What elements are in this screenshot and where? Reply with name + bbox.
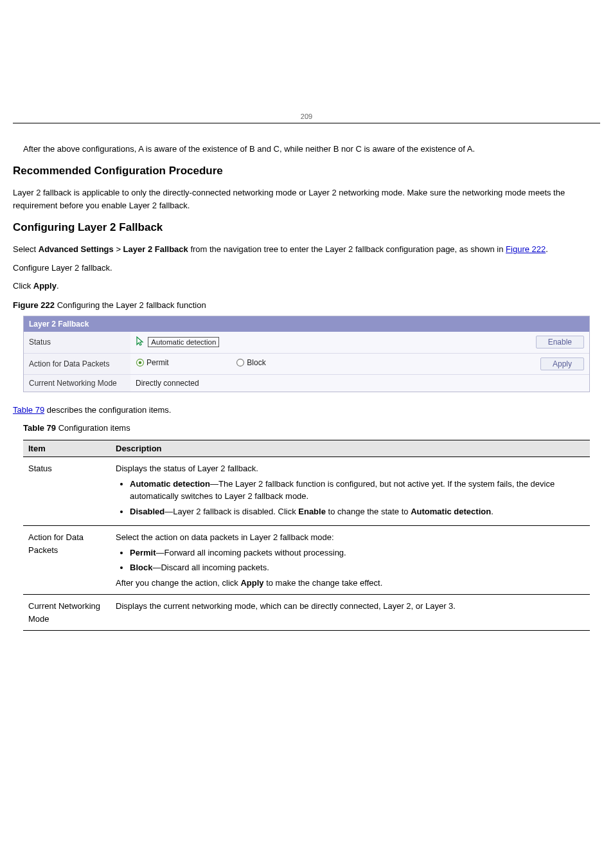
row3-desc: Displays the current networking mode, wh…	[111, 595, 590, 631]
figure-caption: Figure 222 Configuring the Layer 2 fallb…	[13, 299, 600, 312]
step-1: Select Advanced Settings > Layer 2 Fallb…	[13, 243, 600, 256]
apply-button[interactable]: Apply	[540, 357, 584, 370]
table-79: Item Description Status Displays the sta…	[23, 440, 590, 631]
top-rule	[13, 123, 600, 123]
figure-222: Layer 2 Fallback Status Automatic detect…	[23, 316, 590, 392]
svg-point-1	[139, 361, 142, 365]
radio-block[interactable]: Block	[236, 358, 265, 367]
row-status-label: Status	[24, 332, 130, 354]
link-table-79[interactable]: Table 79	[13, 405, 44, 415]
step-2: Configure Layer 2 fallback.	[13, 262, 600, 275]
cursor-icon	[136, 336, 145, 349]
mode-value: Directly connected	[130, 374, 589, 392]
svg-point-2	[237, 359, 244, 366]
enable-button[interactable]: Enable	[536, 336, 584, 348]
step-3: Click Apply.	[13, 280, 600, 293]
table-caption: Table 79 Configuration items	[23, 422, 600, 435]
row1-desc: Displays the status of Layer 2 fallback.…	[111, 457, 590, 526]
radio-permit[interactable]: Permit	[136, 358, 169, 367]
row2-desc: Select the action on data packets in Lay…	[111, 526, 590, 595]
heading-configuring: Configuring Layer 2 Fallback	[13, 221, 600, 234]
row-mode-label: Current Networking Mode	[24, 374, 130, 392]
status-value: Automatic detection	[148, 337, 219, 347]
table-ref: Table 79 describes the configuration ite…	[13, 404, 600, 417]
row1-item: Status	[23, 457, 111, 526]
panel-header: Layer 2 Fallback	[24, 316, 589, 332]
link-figure-222[interactable]: Figure 222	[506, 244, 546, 254]
heading-recommended: Recommended Configuration Procedure	[13, 165, 600, 177]
th-item: Item	[23, 440, 111, 457]
page-number: 209	[13, 113, 600, 120]
row-action-label: Action for Data Packets	[24, 353, 130, 374]
recommended-text: Layer 2 fallback is applicable to only t…	[13, 186, 600, 212]
row3-item: Current Networking Mode	[23, 595, 111, 631]
row2-item: Action for Data Packets	[23, 526, 111, 595]
th-desc: Description	[111, 440, 590, 457]
intro-text: After the above configurations, A is awa…	[23, 143, 600, 156]
